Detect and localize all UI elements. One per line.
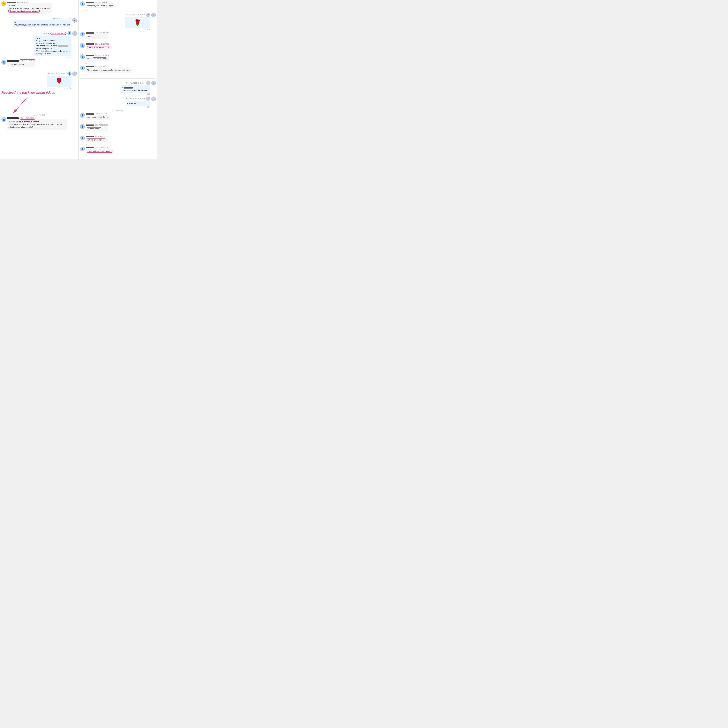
bubble: Hi Mona, I just received my package toda… xyxy=(7,3,52,14)
avatar-rb5: 👤 xyxy=(80,136,85,140)
avatar-mona2: 🌸 xyxy=(72,31,77,36)
msg-rb2: 🌸 Mona Ma 2020-7-28 18:18:29 🌸 2packages… xyxy=(80,96,156,108)
content-rb1: Mona Ma 2020-7-28 18:18:24 🌸 Hi , Have y… xyxy=(121,81,150,95)
ts-rt5: 2020-10-21 12:48:58 xyxy=(95,55,109,56)
bubble-rb2: 2packages xyxy=(125,101,150,106)
bubble-rose: 🌹 xyxy=(47,76,72,87)
avatar-rb6: 👤 xyxy=(80,147,85,151)
sender-rt2: Mona Ma xyxy=(125,14,131,16)
right-panel-bottom: 🌸 Mona Ma 2020-7-28 18:18:24 🌸 Hi , Have… xyxy=(80,80,156,156)
ts-rb5: 2020-7-29 15:10:32 xyxy=(95,136,108,137)
sender-rb2: Mona Ma xyxy=(125,98,132,99)
timestamp: 2020-12-3 10:58:02 xyxy=(17,2,29,3)
avatar-rt5: 👤 xyxy=(80,55,85,59)
underline-thankyou: Thank you so much xyxy=(8,124,24,125)
content-rt2: Mona Ma 2020-10-20 16:49:40 🌸 🌹 已读 xyxy=(125,13,150,31)
dots-rb6: ... xyxy=(86,154,114,156)
meta-rt6: 2020-10-21 13:51:02 xyxy=(86,66,132,67)
highlight-rb5: We will order more ... xyxy=(87,138,105,141)
msg-content: Mona Ma 2020-12-3 10:58:44 Hi →, Okay, t… xyxy=(13,18,72,30)
ts-rb4: 2020-7-29 15:10:05 xyxy=(95,124,108,126)
bubble-rb5: We will order more ... xyxy=(86,138,108,142)
dots2: ... xyxy=(7,67,35,70)
dots-rb4: ... xyxy=(86,132,108,134)
bubble-rb3: Yes!! Thank you 😊 👧 二으 xyxy=(86,115,110,120)
avatar-rt6: 👤 xyxy=(80,66,85,70)
avatar-inline: 👤 xyxy=(67,31,72,35)
msg-rb1: 🌸 Mona Ma 2020-7-28 18:18:24 🌸 Hi , Have… xyxy=(80,81,156,95)
msg-rb6: 👤 2020-7-29 15:10:32 Nude lipstick was v… xyxy=(80,147,156,156)
ts-rb6: 2020-7-29 15:10:32 xyxy=(95,147,108,148)
msg-rt2: 🌸 Mona Ma 2020-10-20 16:49:40 🌸 🌹 已读 xyxy=(80,13,156,31)
bubble-rb4: Im verry happy! xyxy=(86,126,108,131)
meta-rb1: Mona Ma 2020-7-28 18:18:24 🌸 xyxy=(121,81,150,85)
dots: ... xyxy=(7,14,52,17)
app-container: 😊 2020-12-3 10:58:02 Hi Mona, I just rec… xyxy=(0,0,157,159)
msg-meta-recv2: 2021-1-21 00:54:37 xyxy=(7,60,35,62)
content-rb5: 2020-7-29 15:10:32 We will order more ..… xyxy=(86,136,108,145)
msg-meta: Mona Ma 2020-12-3 10:58:44 xyxy=(13,18,72,20)
content-rb6: 2020-7-29 15:10:32 Nude lipstick was ver… xyxy=(86,147,114,156)
ts-rose: 2021-1-21 09:33:12 xyxy=(54,73,66,75)
circled-ts2: 2021-1-21 00:54:37 xyxy=(20,59,35,62)
circled-ts3: 2021-1-26 01:36:36 xyxy=(20,117,35,120)
meta-rb2: Mona Ma 2020-7-28 18:18:29 🌸 xyxy=(125,96,150,101)
content-rt3: 2020-10-21 12:48:36 Hi hun ... xyxy=(86,32,109,42)
annotation-text: Received the package within 6days xyxy=(2,91,77,95)
meta-rt2: Mona Ma 2020-10-20 16:49:40 🌸 xyxy=(125,13,150,17)
highlight-rt4: I just sold out on the pencils xyxy=(87,46,110,49)
msg-rb4: 👤 2020-7-29 15:10:05 Im verry happy! ... xyxy=(80,124,156,134)
ts-rb2: 2020-7-28 18:18:29 xyxy=(133,98,145,99)
avatar-rb1-inline: 🌸 xyxy=(146,81,150,85)
bubble-rt5: Think I need to reorder xyxy=(86,57,109,61)
bubble-recv2: Thank you so much xyxy=(7,62,35,67)
dots-rt4: ... xyxy=(86,50,112,53)
history-sep-rb: 以上为历史消息 xyxy=(80,110,156,112)
dots-rb3: ... xyxy=(86,120,110,123)
content-rt1: 2020-10-20 16:48:51 That's okay hun. Tha… xyxy=(86,2,115,11)
avatar: 😊 xyxy=(2,2,6,6)
sender-name: Mona Ma xyxy=(52,18,58,20)
bubble-amazing: Package arrived everything is amazing. T… xyxy=(7,119,67,130)
sender-rb1: Mona Ma xyxy=(125,82,132,84)
content-rb4: 2020-7-29 15:10:05 Im verry happy! ... xyxy=(86,124,108,134)
underline-seller: the perfect seller. xyxy=(42,124,55,125)
ts-rb1: 2020-7-28 18:18:24 xyxy=(133,82,145,84)
bubble-rt2: 🌹 xyxy=(125,17,150,28)
content-rt4: 2020-10-21 12:48:52 I just sold out on t… xyxy=(86,43,112,53)
avatar-rt2: 🌸 xyxy=(151,13,156,17)
content-rb2: Mona Ma 2020-7-28 18:18:29 🌸 2packages 已… xyxy=(125,96,150,108)
read-rt2: 已读 xyxy=(125,28,150,31)
timestamp: 2020-12-3 10:58:44 xyxy=(59,18,72,20)
content-rb3: 2020-7-29 15:09:59 Yes!! Thank you 😊 👧 二… xyxy=(86,113,110,123)
arrow-svg xyxy=(5,95,34,113)
ts-rb3: 2020-7-29 15:09:59 xyxy=(95,113,108,115)
dots-rt1: ... xyxy=(86,9,115,11)
bubble-rt6: Please let me know how much for 20 piece… xyxy=(86,68,132,73)
dots-rt6: ... xyxy=(86,73,132,76)
msg-rb3: 👤 2020-7-29 15:09:59 Yes!! Thank you 😊 👧… xyxy=(80,113,156,123)
svg-line-1 xyxy=(16,97,28,110)
meta-rt5: 2020-10-21 12:48:58 xyxy=(86,55,109,56)
msg-rt1: 👤 2020-10-20 16:48:51 That's okay hun. T… xyxy=(80,2,156,11)
msg-row-rose: 🌸 Mona Ma 2021-1-21 09:33:12 👤 🌹 ... 已读 xyxy=(2,72,77,89)
dots-rt5: ... xyxy=(86,61,109,64)
avatar-amazing: 👤 xyxy=(2,117,6,122)
msg-rt6: 👤 2020-10-21 13:51:02 Please let me know… xyxy=(80,66,156,75)
sender-name2: Mona Ma xyxy=(44,33,50,34)
history-separator: 以上为历史消息 xyxy=(2,114,77,116)
rose-emoji: 🌹 xyxy=(48,77,70,86)
avatar-rb2: 🌸 xyxy=(151,96,156,101)
bubble-rb6: Nude lipstick was very popular xyxy=(86,149,114,154)
msg-rt5: 👤 2020-10-21 12:48:58 Think I need to re… xyxy=(80,55,156,64)
dots-rb5: ... xyxy=(86,143,108,145)
highlighted-text: Always a joy doing business with you ! xyxy=(8,10,40,12)
avatar-rt4: 👤 xyxy=(80,43,85,48)
highlight-rt5: need to reorder xyxy=(93,57,106,60)
msg-rt4: 👤 2020-10-21 12:48:52 I just sold out on… xyxy=(80,43,156,53)
avatar-rb1: 🌸 xyxy=(151,81,156,86)
meta-rt1: 2020-10-20 16:48:51 xyxy=(86,2,115,3)
msg-row-sent: 🌸 Mona Ma 2020-12-3 10:58:44 Hi →, Okay,… xyxy=(2,18,77,30)
highlight-rb4: Im verry happy! xyxy=(87,127,101,130)
msg-content-amazing: 2021-1-26 01:36:36 Package arrived every… xyxy=(7,117,67,133)
